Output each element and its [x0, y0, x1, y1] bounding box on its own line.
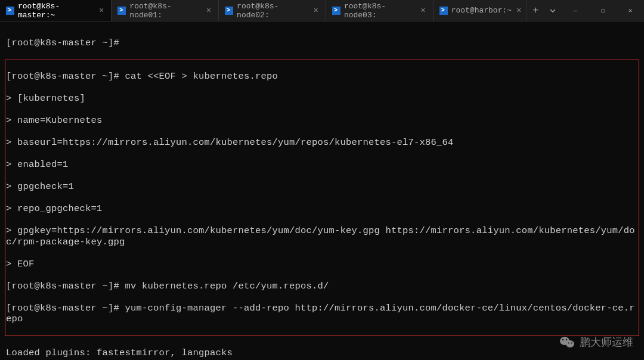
- window-controls: — ☐ ✕: [562, 0, 644, 21]
- svg-point-2: [562, 339, 564, 340]
- maximize-button[interactable]: ☐: [589, 0, 617, 21]
- tab-label: root@k8s-node01:: [129, 2, 201, 20]
- new-tab-button[interactable]: +: [527, 0, 544, 21]
- tab-k8s-master[interactable]: root@k8s-master:~ ×: [0, 0, 112, 21]
- terminal-line: [root@k8s-master ~]#: [6, 38, 638, 49]
- minimize-icon: —: [574, 7, 578, 14]
- titlebar: root@k8s-master:~ × root@k8s-node01: × r…: [0, 0, 644, 21]
- svg-point-4: [568, 343, 569, 344]
- close-icon: ✕: [628, 7, 633, 14]
- tab-label: root@k8s-node02:: [237, 2, 308, 20]
- powershell-icon: [332, 7, 340, 15]
- tab-label: root@k8s-node03:: [344, 2, 416, 20]
- chevron-down-icon: [549, 7, 556, 14]
- terminal-line: > enabled=1: [6, 159, 638, 170]
- svg-point-1: [566, 340, 574, 347]
- terminal-line: > repo_gpgcheck=1: [6, 203, 638, 215]
- wechat-icon: [559, 336, 575, 349]
- terminal-line: [root@k8s-master ~]# cat <<EOF > kuberne…: [6, 71, 638, 82]
- tab-k8s-node03[interactable]: root@k8s-node03: ×: [326, 0, 434, 21]
- terminal-body[interactable]: [root@k8s-master ~]# [root@k8s-master ~]…: [0, 21, 644, 360]
- powershell-icon: [117, 7, 126, 15]
- terminal-line: > [kubernetes]: [6, 93, 638, 104]
- tab-dropdown-button[interactable]: [544, 0, 562, 21]
- close-icon[interactable]: ×: [312, 6, 319, 15]
- powershell-icon: [439, 7, 448, 15]
- terminal-line: > gpgcheck=1: [6, 181, 638, 193]
- watermark: 鹏大师运维: [559, 335, 633, 349]
- close-icon[interactable]: ×: [419, 6, 426, 15]
- svg-point-5: [571, 343, 572, 344]
- powershell-icon: [6, 7, 14, 15]
- terminal-line: > name=Kubernetes: [6, 115, 638, 126]
- close-icon[interactable]: ×: [205, 6, 212, 15]
- terminal-line: > EOF: [6, 259, 638, 270]
- tab-label: root@k8s-master:~: [18, 2, 94, 20]
- terminal-line: > gpgkey=https://mirrors.aliyun.com/kube…: [6, 225, 638, 247]
- close-icon[interactable]: ×: [98, 6, 105, 15]
- terminal-line: [root@k8s-master ~]# yum-config-manager …: [6, 303, 638, 325]
- terminal-line: Loaded plugins: fastestmirror, langpacks: [6, 347, 638, 359]
- tab-k8s-node02[interactable]: root@k8s-node02: ×: [219, 0, 326, 21]
- maximize-icon: ☐: [601, 7, 605, 14]
- tab-k8s-node01[interactable]: root@k8s-node01: ×: [112, 0, 219, 21]
- tab-label: root@harbor:~: [451, 6, 512, 15]
- terminal-line: > baseurl=https://mirrors.aliyun.com/kub…: [6, 137, 638, 148]
- tab-bar: root@k8s-master:~ × root@k8s-node01: × r…: [0, 0, 562, 21]
- tab-harbor[interactable]: root@harbor:~ ×: [434, 0, 527, 21]
- highlighted-region: [root@k8s-master ~]# cat <<EOF > kuberne…: [5, 60, 639, 337]
- svg-point-3: [566, 339, 567, 340]
- close-icon[interactable]: ×: [515, 6, 522, 15]
- close-window-button[interactable]: ✕: [617, 0, 644, 21]
- powershell-icon: [225, 7, 233, 15]
- terminal-line: [root@k8s-master ~]# mv kubernetes.repo …: [6, 281, 638, 292]
- watermark-text: 鹏大师运维: [580, 335, 633, 349]
- minimize-button[interactable]: —: [562, 0, 589, 21]
- plus-icon: +: [532, 5, 538, 16]
